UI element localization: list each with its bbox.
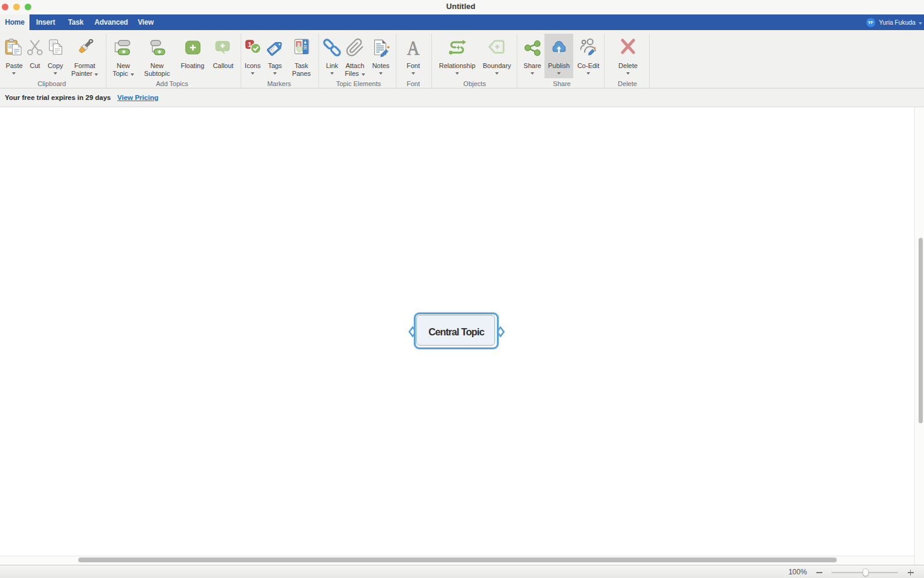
svg-text:A: A (407, 38, 420, 57)
